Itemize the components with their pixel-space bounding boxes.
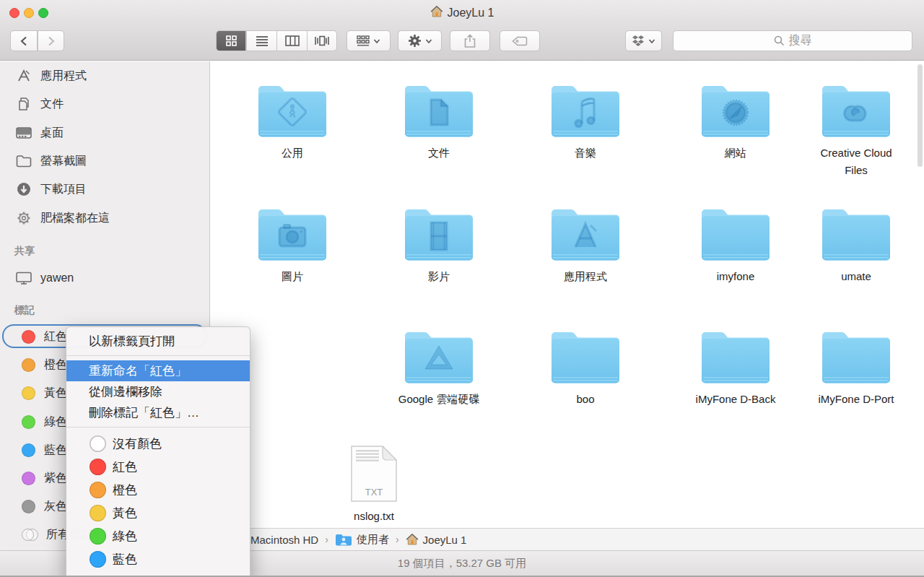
file-name: boo	[576, 391, 594, 408]
sidebar-item-label: 綠色	[44, 415, 67, 430]
sidebar-item-applications[interactable]: 應用程式	[0, 65, 209, 87]
view-icon-button[interactable]	[216, 30, 246, 51]
sidebar-item-label: 藍色	[44, 443, 67, 458]
file-item-pictures[interactable]: 圖片	[231, 204, 354, 285]
coverflow-view-icon	[314, 35, 330, 46]
title-toolbar: JoeyLu 1	[0, 0, 924, 61]
sidebar-item-downloads[interactable]: 下載項目	[0, 178, 209, 200]
yellow-tag-icon	[22, 386, 35, 400]
sidebar-item-label: 紅色	[44, 329, 67, 344]
action-button[interactable]	[398, 30, 442, 51]
file-item-umate[interactable]: umate	[795, 204, 918, 285]
file-name: imyfone	[717, 268, 755, 285]
file-item-sites[interactable]: 網站	[674, 80, 797, 162]
menu-color-none[interactable]: 沒有顏色	[66, 432, 250, 455]
menu-color-blue[interactable]: 藍色	[66, 547, 250, 571]
window-title: JoeyLu 1	[448, 6, 494, 19]
home-folder-icon	[430, 6, 443, 20]
sidebar-item-label: 應用程式	[40, 69, 87, 84]
view-list-button[interactable]	[246, 30, 276, 51]
blue-color-icon	[90, 551, 106, 568]
folder-icon	[255, 204, 330, 263]
folder-icon	[401, 204, 476, 263]
dropbox-button[interactable]	[625, 30, 662, 51]
path-label: 使用者	[357, 533, 389, 547]
forward-button[interactable]	[38, 30, 64, 51]
file-item-nslog-txt[interactable]: TXT nslog.txt	[313, 445, 435, 525]
orange-color-icon	[90, 482, 106, 498]
tag-button[interactable]	[500, 30, 540, 51]
shared-item-yawen[interactable]: yawen	[0, 267, 209, 289]
menu-color-label: 綠色	[113, 528, 137, 545]
back-button[interactable]	[10, 30, 38, 51]
view-columns-button[interactable]	[276, 30, 307, 51]
folder-icon	[401, 80, 476, 139]
path-item-joeylu[interactable]: JoeyLu 1	[406, 534, 467, 546]
users-folder-icon	[335, 534, 352, 546]
file-item-imyfone-d-port[interactable]: iMyFone D-Port	[795, 326, 918, 408]
file-item-boo[interactable]: boo	[524, 326, 647, 408]
folder-icon	[819, 80, 894, 139]
path-label: JoeyLu 1	[423, 534, 467, 546]
sidebar-item-desktop[interactable]: 桌面	[0, 122, 209, 144]
tags-section-header: 標記	[14, 304, 35, 317]
display-icon	[16, 270, 32, 286]
file-grid: 公用 文件 音樂 網站	[211, 61, 924, 528]
folder-icon	[698, 80, 773, 139]
vertical-scrollbar[interactable]	[918, 64, 923, 167]
sidebar-item-fat-files[interactable]: 肥檔案都在這	[0, 207, 209, 229]
path-item-macintosh-hd[interactable]: Macintosh HD	[250, 534, 318, 546]
desktop-icon	[16, 125, 32, 141]
chevron-left-icon	[19, 35, 28, 47]
file-item-movies[interactable]: 影片	[378, 204, 500, 285]
view-coverflow-button[interactable]	[307, 30, 337, 51]
file-item-applications[interactable]: 應用程式	[524, 204, 647, 285]
menu-item-open-new-tab[interactable]: 以新標籤頁打開	[66, 331, 250, 352]
file-item-music[interactable]: 音樂	[524, 80, 647, 162]
folder-icon	[548, 204, 623, 263]
menu-separator	[66, 355, 250, 357]
file-name: nslog.txt	[354, 508, 394, 525]
file-name: 音樂	[575, 144, 596, 162]
sidebar-item-screenshots[interactable]: 螢幕截圖	[0, 150, 209, 172]
file-name: Creative Cloud Files	[812, 144, 900, 179]
path-separator: ›	[325, 534, 328, 545]
purple-tag-icon	[22, 472, 35, 485]
all-tags-icon	[22, 528, 38, 542]
folder-icon	[698, 204, 773, 263]
menu-color-orange[interactable]: 橙色	[66, 478, 250, 501]
arrange-button[interactable]	[346, 30, 391, 51]
file-item-creative-cloud-files[interactable]: Creative Cloud Files	[795, 80, 918, 179]
file-item-public[interactable]: 公用	[231, 80, 354, 162]
sidebar-item-documents[interactable]: 文件	[0, 93, 209, 115]
menu-item-rename-red[interactable]: 重新命名「紅色」	[66, 360, 250, 381]
download-icon	[16, 181, 32, 197]
file-item-imyfone[interactable]: imyfone	[674, 204, 797, 285]
path-bar: Macintosh HD › 使用者 › JoeyLu 1	[211, 528, 924, 550]
menu-item-delete-tag[interactable]: 刪除標記「紅色」…	[66, 402, 250, 423]
file-name: iMyFone D-Port	[818, 391, 894, 408]
menu-color-yellow[interactable]: 黃色	[66, 501, 250, 524]
file-item-imyfone-d-back[interactable]: iMyFone D-Back	[674, 326, 797, 408]
file-name: 影片	[428, 268, 450, 285]
file-name: 應用程式	[564, 268, 607, 285]
no-color-icon	[90, 435, 106, 452]
menu-color-label: 紅色	[113, 459, 137, 475]
folder-icon	[819, 204, 894, 263]
dropbox-icon	[632, 35, 645, 47]
chevron-right-icon	[47, 35, 56, 47]
svg-text:TXT: TXT	[365, 487, 383, 498]
path-separator: ›	[396, 534, 399, 545]
menu-color-label: 沒有顏色	[113, 435, 162, 452]
file-item-documents[interactable]: 文件	[378, 80, 500, 162]
path-item-users[interactable]: 使用者	[335, 533, 389, 547]
search-input[interactable]: 搜尋	[673, 30, 912, 51]
menu-color-green[interactable]: 綠色	[66, 524, 250, 547]
file-name: 圖片	[282, 268, 303, 285]
file-item-google-drive[interactable]: Google 雲端硬碟	[378, 326, 500, 408]
applications-icon	[16, 68, 32, 84]
chevron-down-icon	[648, 38, 655, 45]
menu-item-remove-from-sidebar[interactable]: 從側邊欄移除	[66, 381, 250, 402]
menu-color-red[interactable]: 紅色	[66, 455, 250, 478]
share-button[interactable]	[450, 30, 490, 51]
